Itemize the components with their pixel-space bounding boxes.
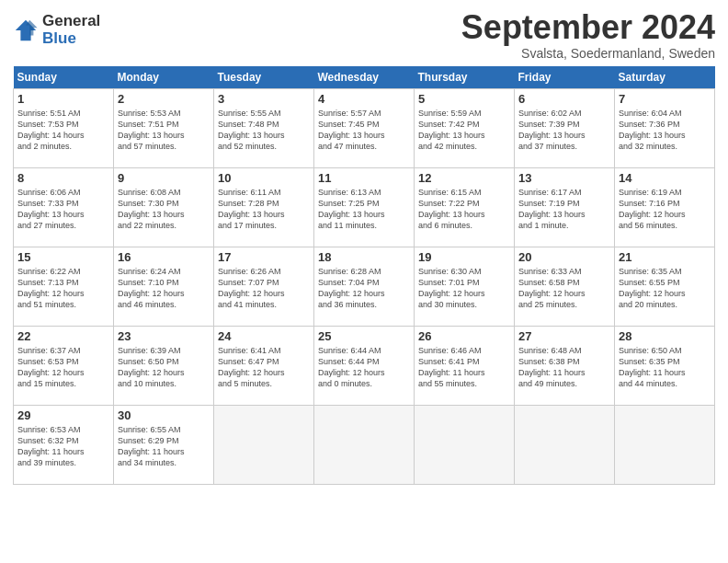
calendar-cell [415, 405, 515, 484]
page-container: General Blue September 2024 Svalsta, Soe… [0, 0, 728, 490]
cell-info: Sunrise: 6:08 AM Sunset: 7:30 PM Dayligh… [118, 187, 210, 232]
calendar-week-1: 1Sunrise: 5:51 AM Sunset: 7:53 PM Daylig… [14, 88, 715, 167]
calendar-cell: 18Sunrise: 6:28 AM Sunset: 7:04 PM Dayli… [314, 247, 415, 326]
cell-info: Sunrise: 6:33 AM Sunset: 6:58 PM Dayligh… [518, 266, 610, 311]
day-header-tuesday: Tuesday [214, 66, 314, 89]
cell-info: Sunrise: 5:59 AM Sunset: 7:42 PM Dayligh… [418, 108, 510, 153]
cell-info: Sunrise: 6:37 AM Sunset: 6:53 PM Dayligh… [17, 345, 109, 390]
day-header-thursday: Thursday [415, 66, 515, 89]
cell-info: Sunrise: 6:48 AM Sunset: 6:38 PM Dayligh… [518, 345, 610, 390]
day-number: 17 [218, 250, 310, 264]
calendar-cell: 3Sunrise: 5:55 AM Sunset: 7:48 PM Daylig… [214, 88, 314, 167]
calendar-cell: 5Sunrise: 5:59 AM Sunset: 7:42 PM Daylig… [415, 88, 515, 167]
day-number: 28 [619, 329, 711, 343]
cell-info: Sunrise: 5:57 AM Sunset: 7:45 PM Dayligh… [318, 108, 410, 153]
cell-info: Sunrise: 6:44 AM Sunset: 6:44 PM Dayligh… [318, 345, 410, 390]
calendar-cell: 29Sunrise: 6:53 AM Sunset: 6:32 PM Dayli… [14, 405, 114, 484]
calendar-cell: 17Sunrise: 6:26 AM Sunset: 7:07 PM Dayli… [214, 247, 314, 326]
day-number: 12 [418, 171, 510, 185]
day-number: 15 [17, 250, 109, 264]
calendar-cell [214, 405, 314, 484]
day-number: 30 [118, 408, 210, 422]
day-number: 1 [17, 92, 109, 106]
calendar-cell: 25Sunrise: 6:44 AM Sunset: 6:44 PM Dayli… [314, 326, 415, 405]
calendar-cell [615, 405, 715, 484]
calendar-cell: 12Sunrise: 6:15 AM Sunset: 7:22 PM Dayli… [415, 167, 515, 247]
cell-info: Sunrise: 6:17 AM Sunset: 7:19 PM Dayligh… [518, 187, 610, 232]
calendar-cell: 14Sunrise: 6:19 AM Sunset: 7:16 PM Dayli… [615, 167, 715, 247]
day-number: 24 [218, 329, 310, 343]
header: General Blue September 2024 Svalsta, Soe… [13, 9, 715, 61]
month-title: September 2024 [461, 9, 715, 46]
cell-info: Sunrise: 6:06 AM Sunset: 7:33 PM Dayligh… [17, 187, 109, 232]
calendar-week-3: 15Sunrise: 6:22 AM Sunset: 7:13 PM Dayli… [14, 247, 715, 326]
cell-info: Sunrise: 6:28 AM Sunset: 7:04 PM Dayligh… [318, 266, 410, 311]
calendar-cell: 8Sunrise: 6:06 AM Sunset: 7:33 PM Daylig… [14, 167, 114, 247]
logo-text: General Blue [42, 13, 100, 47]
cell-info: Sunrise: 6:46 AM Sunset: 6:41 PM Dayligh… [418, 345, 510, 390]
cell-info: Sunrise: 6:24 AM Sunset: 7:10 PM Dayligh… [118, 266, 210, 311]
day-number: 29 [17, 408, 109, 422]
day-header-wednesday: Wednesday [314, 66, 415, 89]
calendar-table: SundayMondayTuesdayWednesdayThursdayFrid… [13, 66, 715, 485]
calendar-cell: 28Sunrise: 6:50 AM Sunset: 6:35 PM Dayli… [615, 326, 715, 405]
calendar-cell: 7Sunrise: 6:04 AM Sunset: 7:36 PM Daylig… [615, 88, 715, 167]
day-number: 26 [418, 329, 510, 343]
calendar-cell: 21Sunrise: 6:35 AM Sunset: 6:55 PM Dayli… [615, 247, 715, 326]
day-number: 2 [118, 92, 210, 106]
day-number: 8 [17, 171, 109, 185]
day-number: 5 [418, 92, 510, 106]
cell-info: Sunrise: 6:22 AM Sunset: 7:13 PM Dayligh… [17, 266, 109, 311]
day-number: 6 [518, 92, 610, 106]
calendar-cell: 2Sunrise: 5:53 AM Sunset: 7:51 PM Daylig… [114, 88, 214, 167]
cell-info: Sunrise: 6:13 AM Sunset: 7:25 PM Dayligh… [318, 187, 410, 232]
calendar-cell: 4Sunrise: 5:57 AM Sunset: 7:45 PM Daylig… [314, 88, 415, 167]
cell-info: Sunrise: 6:55 AM Sunset: 6:29 PM Dayligh… [118, 424, 210, 469]
calendar-week-4: 22Sunrise: 6:37 AM Sunset: 6:53 PM Dayli… [14, 326, 715, 405]
calendar-cell: 24Sunrise: 6:41 AM Sunset: 6:47 PM Dayli… [214, 326, 314, 405]
cell-info: Sunrise: 5:51 AM Sunset: 7:53 PM Dayligh… [17, 108, 109, 153]
calendar-cell: 1Sunrise: 5:51 AM Sunset: 7:53 PM Daylig… [14, 88, 114, 167]
day-number: 22 [17, 329, 109, 343]
cell-info: Sunrise: 6:15 AM Sunset: 7:22 PM Dayligh… [418, 187, 510, 232]
logo: General Blue [13, 13, 100, 47]
day-number: 18 [318, 250, 410, 264]
calendar-cell [515, 405, 615, 484]
day-number: 14 [619, 171, 711, 185]
day-number: 16 [118, 250, 210, 264]
day-number: 27 [518, 329, 610, 343]
calendar-cell: 15Sunrise: 6:22 AM Sunset: 7:13 PM Dayli… [14, 247, 114, 326]
calendar-week-2: 8Sunrise: 6:06 AM Sunset: 7:33 PM Daylig… [14, 167, 715, 247]
day-number: 20 [518, 250, 610, 264]
day-number: 4 [318, 92, 410, 106]
calendar-cell: 19Sunrise: 6:30 AM Sunset: 7:01 PM Dayli… [415, 247, 515, 326]
calendar-cell: 22Sunrise: 6:37 AM Sunset: 6:53 PM Dayli… [14, 326, 114, 405]
location-subtitle: Svalsta, Soedermanland, Sweden [461, 46, 715, 61]
days-header-row: SundayMondayTuesdayWednesdayThursdayFrid… [14, 66, 715, 89]
calendar-cell: 30Sunrise: 6:55 AM Sunset: 6:29 PM Dayli… [114, 405, 214, 484]
cell-info: Sunrise: 5:53 AM Sunset: 7:51 PM Dayligh… [118, 108, 210, 153]
calendar-cell: 20Sunrise: 6:33 AM Sunset: 6:58 PM Dayli… [515, 247, 615, 326]
calendar-cell [314, 405, 415, 484]
cell-info: Sunrise: 6:41 AM Sunset: 6:47 PM Dayligh… [218, 345, 310, 390]
cell-info: Sunrise: 6:30 AM Sunset: 7:01 PM Dayligh… [418, 266, 510, 311]
day-number: 25 [318, 329, 410, 343]
day-number: 9 [118, 171, 210, 185]
cell-info: Sunrise: 6:39 AM Sunset: 6:50 PM Dayligh… [118, 345, 210, 390]
cell-info: Sunrise: 6:26 AM Sunset: 7:07 PM Dayligh… [218, 266, 310, 311]
calendar-week-5: 29Sunrise: 6:53 AM Sunset: 6:32 PM Dayli… [14, 405, 715, 484]
day-number: 10 [218, 171, 310, 185]
calendar-cell: 11Sunrise: 6:13 AM Sunset: 7:25 PM Dayli… [314, 167, 415, 247]
calendar-cell: 16Sunrise: 6:24 AM Sunset: 7:10 PM Dayli… [114, 247, 214, 326]
calendar-cell: 23Sunrise: 6:39 AM Sunset: 6:50 PM Dayli… [114, 326, 214, 405]
cell-info: Sunrise: 6:50 AM Sunset: 6:35 PM Dayligh… [619, 345, 711, 390]
cell-info: Sunrise: 6:02 AM Sunset: 7:39 PM Dayligh… [518, 108, 610, 153]
title-area: September 2024 Svalsta, Soedermanland, S… [461, 9, 715, 61]
calendar-cell: 9Sunrise: 6:08 AM Sunset: 7:30 PM Daylig… [114, 167, 214, 247]
day-header-sunday: Sunday [14, 66, 114, 89]
cell-info: Sunrise: 6:11 AM Sunset: 7:28 PM Dayligh… [218, 187, 310, 232]
day-number: 13 [518, 171, 610, 185]
day-number: 23 [118, 329, 210, 343]
cell-info: Sunrise: 6:19 AM Sunset: 7:16 PM Dayligh… [619, 187, 711, 232]
day-header-monday: Monday [114, 66, 214, 89]
